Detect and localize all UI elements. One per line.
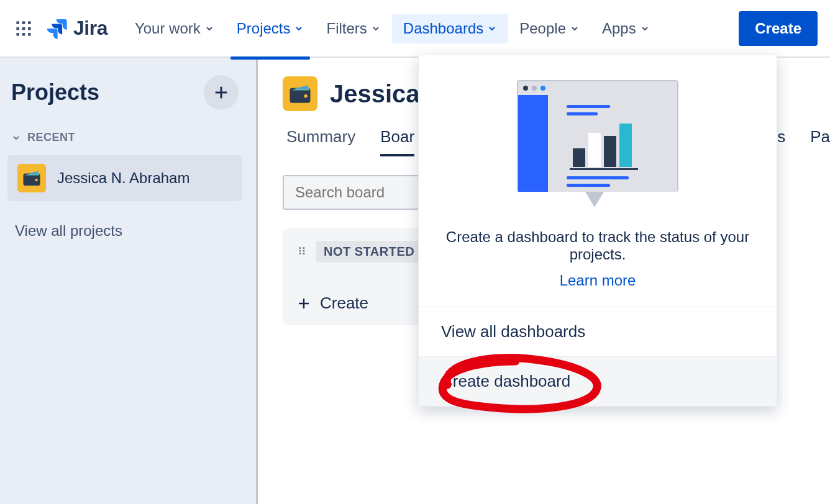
sidebar-project-name: Jessica N. Abraham: [57, 169, 189, 187]
chevron-down-icon: [294, 24, 304, 34]
svg-rect-5: [28, 27, 31, 30]
svg-point-16: [303, 247, 305, 249]
nav-dashboards[interactable]: Dashboards: [392, 14, 508, 43]
svg-rect-33: [588, 133, 601, 167]
status-badge: NOT STARTED: [316, 241, 422, 263]
chevron-down-icon: [487, 24, 497, 34]
svg-point-18: [303, 250, 305, 251]
sidebar-recent-header[interactable]: RECENT: [5, 126, 245, 149]
nav-people-label: People: [519, 20, 566, 37]
svg-point-12: [35, 179, 38, 182]
svg-rect-6: [16, 33, 19, 36]
tabs-right-cut: s Pa: [777, 127, 830, 156]
tab-cut-right-1[interactable]: s: [777, 127, 785, 156]
svg-point-17: [299, 250, 301, 251]
svg-rect-4: [22, 27, 25, 30]
svg-point-14: [304, 94, 308, 98]
create-button[interactable]: Create: [739, 11, 818, 46]
jira-brand-text: Jira: [73, 17, 107, 40]
chevron-down-icon: [11, 133, 21, 143]
top-nav: Jira Your work Projects Filters Dashboar…: [0, 0, 830, 58]
svg-rect-3: [16, 27, 19, 30]
wallet-icon: [283, 76, 317, 111]
nav-projects[interactable]: Projects: [226, 14, 316, 43]
svg-marker-39: [585, 192, 604, 207]
sidebar-project-item[interactable]: Jessica N. Abraham: [7, 155, 242, 201]
sidebar-header: Projects: [5, 75, 245, 126]
nav-filters-label: Filters: [326, 20, 367, 37]
svg-rect-32: [573, 148, 585, 167]
sidebar: Projects RECENT Jessica N. Abraham View …: [0, 58, 258, 504]
svg-rect-35: [619, 124, 632, 167]
chevron-down-icon: [204, 24, 214, 34]
create-issue-label: Create: [320, 294, 368, 313]
nav-apps-label: Apps: [602, 20, 636, 37]
nav-your-work-label: Your work: [135, 20, 201, 37]
view-all-projects-link[interactable]: View all projects: [5, 207, 245, 254]
drag-handle-icon[interactable]: [296, 245, 308, 259]
learn-more-link[interactable]: Learn more: [419, 263, 777, 307]
plus-icon: [212, 84, 230, 101]
nav-your-work[interactable]: Your work: [124, 14, 226, 43]
app-switcher-icon[interactable]: [12, 17, 35, 40]
dashboards-dropdown: Create a dashboard to track the status o…: [418, 55, 777, 407]
chevron-down-icon: [570, 24, 580, 34]
svg-rect-8: [28, 33, 31, 36]
search-board-input[interactable]: [283, 175, 419, 210]
svg-rect-7: [22, 33, 25, 36]
dropdown-illustration: [419, 55, 777, 220]
project-title: Jessica: [330, 80, 420, 108]
svg-rect-30: [567, 105, 610, 108]
svg-rect-0: [16, 21, 19, 24]
svg-rect-28: [518, 95, 548, 192]
create-dashboard-link[interactable]: Create dashboard: [419, 356, 777, 406]
svg-point-25: [523, 86, 528, 91]
tab-cut-right-2[interactable]: Pa: [810, 127, 830, 156]
nav-people[interactable]: People: [508, 14, 591, 43]
chevron-down-icon: [640, 24, 650, 34]
dropdown-message: Create a dashboard to track the status o…: [419, 220, 777, 263]
nav-filters[interactable]: Filters: [315, 14, 391, 43]
nav-items: Your work Projects Filters Dashboards Pe…: [124, 14, 661, 43]
svg-rect-1: [22, 21, 25, 24]
tab-board[interactable]: Boar: [380, 127, 414, 156]
chevron-down-icon: [371, 24, 381, 34]
view-all-dashboards-link[interactable]: View all dashboards: [419, 307, 777, 356]
svg-rect-37: [567, 176, 629, 179]
svg-point-19: [299, 253, 301, 254]
svg-rect-38: [567, 184, 610, 187]
svg-point-20: [303, 253, 305, 254]
tab-summary[interactable]: Summary: [286, 127, 355, 156]
sidebar-recent-label: RECENT: [27, 131, 75, 144]
nav-dashboards-label: Dashboards: [403, 20, 483, 37]
jira-logo[interactable]: Jira: [45, 16, 107, 41]
nav-apps[interactable]: Apps: [591, 14, 661, 43]
sidebar-title: Projects: [11, 79, 99, 106]
svg-rect-2: [28, 21, 31, 24]
svg-point-26: [532, 86, 537, 91]
add-project-button[interactable]: [204, 75, 239, 110]
plus-icon: [296, 296, 311, 311]
wallet-icon: [17, 164, 46, 192]
svg-point-15: [299, 247, 301, 249]
svg-rect-36: [570, 168, 638, 170]
svg-rect-34: [604, 136, 616, 167]
svg-point-27: [540, 86, 545, 91]
svg-rect-31: [567, 112, 598, 115]
nav-projects-label: Projects: [237, 20, 291, 37]
